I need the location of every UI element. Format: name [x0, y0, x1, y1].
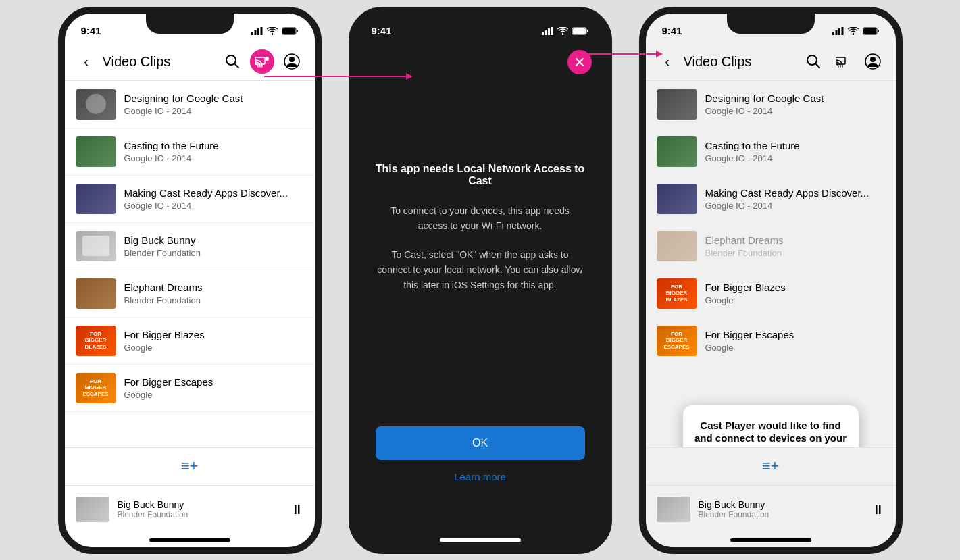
close-icon [575, 57, 584, 67]
list-item[interactable]: Designing for Google Cast Google IO - 20… [65, 81, 315, 128]
video-subtitle: Google IO - 2014 [124, 153, 304, 163]
phone1-title: Video Clips [103, 54, 220, 70]
phone3-cast-button[interactable] [831, 49, 855, 74]
svg-rect-26 [838, 28, 840, 35]
phone1-profile-button[interactable] [280, 49, 304, 74]
phone3-notch [727, 14, 815, 34]
home-bar [149, 538, 230, 542]
system-alert-dialog: Cast Player would like to find and conne… [683, 405, 859, 447]
svg-point-9 [265, 57, 269, 61]
video-title: Casting to the Future [124, 139, 304, 153]
phone1-video-list[interactable]: Designing for Google Cast Google IO - 20… [65, 81, 315, 447]
phone1-bottom-bar: ≡+ [65, 447, 315, 485]
now-playing-info: Big Buck Bunny Blender Foundation [118, 499, 282, 519]
phone2-dialog-content: This app needs Local Network Access to C… [355, 43, 605, 534]
pause-button[interactable]: ⏸ [290, 502, 304, 517]
list-item[interactable]: Big Buck Bunny Blender Foundation [65, 223, 315, 270]
phone3-screen: 9:41 [646, 14, 896, 547]
profile-icon [284, 53, 300, 70]
svg-rect-24 [832, 32, 834, 35]
video-subtitle: Google [124, 390, 304, 400]
search-icon [806, 54, 821, 69]
svg-point-11 [289, 57, 295, 62]
dialog-close-button[interactable] [567, 50, 592, 74]
phone1: 9:41 [58, 7, 322, 554]
phone2: 9:41 [349, 7, 612, 554]
list-item[interactable]: Designing for Google Cast Google IO - 20… [646, 81, 896, 128]
search-icon [225, 54, 240, 69]
phone3-profile-button[interactable] [861, 49, 885, 74]
phone1-now-playing[interactable]: Big Buck Bunny Blender Foundation ⏸ [65, 485, 315, 534]
list-item[interactable]: FORBIGGERESCAPES For Bigger Escapes Goog… [646, 317, 896, 365]
phone2-screen: 9:41 [355, 14, 605, 547]
sys-dialog-title: Cast Player would like to find and conne… [694, 419, 848, 447]
svg-rect-8 [255, 57, 265, 64]
video-info: Elephant Dreams Blender Foundation [124, 281, 304, 306]
phone2-status-icons [542, 27, 589, 35]
video-info: For Bigger Blazes Google [705, 281, 885, 306]
phone3-back-button[interactable]: ‹ [657, 51, 678, 72]
video-title: Designing for Google Cast [124, 92, 304, 105]
video-thumbnail [76, 184, 116, 214]
cast-active-icon [255, 55, 269, 68]
thumb-image [82, 236, 109, 256]
phone1-search-button[interactable] [220, 49, 245, 74]
svg-rect-0 [251, 32, 253, 35]
learn-more-label: Learn more [454, 471, 506, 482]
phone3-search-button[interactable] [801, 49, 826, 74]
list-item[interactable]: Casting to the Future Google IO - 2014 [646, 128, 896, 176]
home-bar [730, 538, 811, 542]
video-thumbnail: FORBIGGERBLAZES [657, 278, 697, 309]
phone3-title: Video Clips [684, 54, 801, 70]
list-item[interactable]: Elephant Dreams Blender Foundation [65, 270, 315, 317]
cast-icon [836, 55, 851, 68]
svg-rect-5 [282, 28, 295, 34]
wifi-icon [557, 27, 568, 35]
list-item[interactable]: FORBIGGERESCAPES For Bigger Escapes Goog… [65, 365, 315, 412]
phone3-video-list[interactable]: Designing for Google Cast Google IO - 20… [646, 81, 896, 447]
phone3-bottom-bar: ≡+ [646, 447, 896, 485]
list-item[interactable]: Casting to the Future Google IO - 2014 [65, 128, 315, 176]
svg-rect-1 [254, 30, 256, 35]
dialog-learn-more-button[interactable]: Learn more [376, 460, 585, 493]
phone3-home-indicator [646, 534, 896, 547]
video-subtitle: Google [124, 342, 304, 353]
dialog-body1: To connect to your devices, this app nee… [376, 203, 585, 234]
phone1-cast-button[interactable] [250, 49, 274, 74]
playlist-add-button[interactable]: ≡+ [762, 457, 780, 475]
video-subtitle: Google IO - 2014 [124, 106, 304, 116]
phone1-screen: 9:41 [65, 14, 315, 547]
video-info: For Bigger Escapes Google [124, 376, 304, 401]
signal-icon [832, 27, 844, 35]
list-item[interactable]: FORBIGGERBLAZES For Bigger Blazes Google [65, 317, 315, 365]
video-title: Elephant Dreams [124, 281, 304, 295]
video-title: For Bigger Blazes [124, 328, 304, 342]
phone3-now-playing[interactable]: Big Buck Bunny Blender Foundation ⏸ [646, 485, 896, 534]
dialog-ok-button[interactable]: OK [376, 426, 585, 460]
battery-icon [863, 27, 880, 35]
phones-wrapper: 9:41 [58, 7, 903, 554]
svg-rect-14 [542, 32, 544, 35]
video-thumbnail: FORBIGGERESCAPES [657, 326, 697, 356]
video-title: Elephant Dreams [705, 234, 885, 247]
svg-rect-19 [573, 28, 586, 34]
list-item[interactable]: FORBIGGERBLAZES For Bigger Blazes Google [646, 270, 896, 317]
video-info: Casting to the Future Google IO - 2014 [705, 139, 885, 164]
video-info: For Bigger Escapes Google [705, 328, 885, 353]
svg-rect-15 [545, 30, 547, 35]
video-subtitle: Blender Foundation [124, 248, 304, 258]
video-subtitle: Blender Foundation [124, 295, 304, 305]
video-info: Big Buck Bunny Blender Foundation [124, 234, 304, 259]
dialog-ok-label: OK [472, 437, 488, 449]
list-item[interactable]: Making Cast Ready Apps Discover... Googl… [65, 176, 315, 223]
playlist-add-button[interactable]: ≡+ [181, 457, 199, 475]
video-title: Designing for Google Cast [705, 92, 885, 105]
list-item[interactable]: Making Cast Ready Apps Discover... Googl… [646, 176, 896, 223]
phone1-back-button[interactable]: ‹ [76, 51, 97, 72]
video-title: Making Cast Ready Apps Discover... [124, 186, 304, 200]
video-subtitle: Google IO - 2014 [705, 153, 885, 163]
list-item: Elephant Dreams Blender Foundation [646, 223, 896, 270]
video-info: Casting to the Future Google IO - 2014 [124, 139, 304, 164]
video-thumbnail: FORBIGGERBLAZES [76, 326, 116, 356]
pause-button[interactable]: ⏸ [871, 502, 885, 517]
